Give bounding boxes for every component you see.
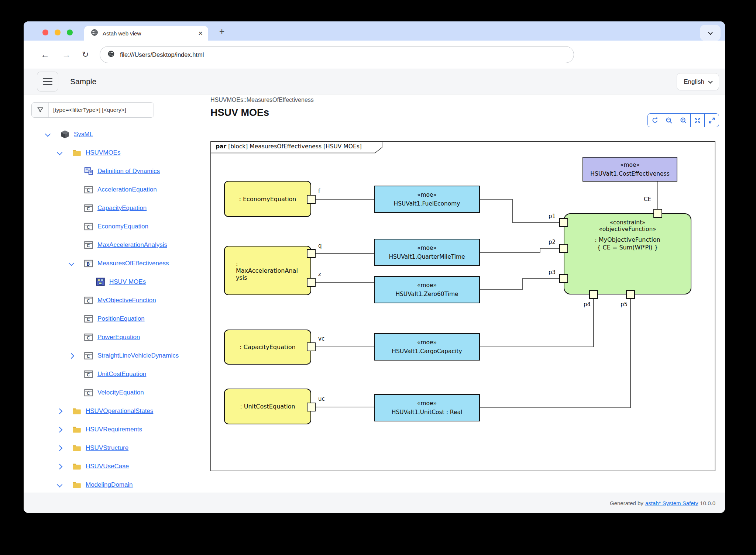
new-tab-button[interactable]: + [216, 25, 228, 38]
folder-icon [72, 148, 81, 157]
node-cargo-capacity[interactable]: «moe» HSUValt1.CargoCapacity [374, 333, 480, 361]
browser-tab[interactable]: Astah web view ✕ [84, 26, 208, 41]
block-icon: B [84, 259, 93, 268]
tree-row-hsuvusecase: HSUVUseCase [24, 457, 208, 476]
zoom-window-button[interactable] [67, 30, 73, 35]
svg-text:C: C [86, 317, 90, 322]
node-quarter-mile-time[interactable]: «moe» HSUValt1.QuarterMileTime [374, 239, 480, 266]
tree-row-hsuvoperationalstates: HSUVOperationalStates [24, 402, 208, 420]
tree-row-measuresofeffectiveness: BMeasuresOfEffectiveness [24, 254, 208, 273]
chevron-right-icon[interactable] [58, 465, 72, 469]
menu-button[interactable] [37, 72, 58, 92]
sidebar-item-velocityequation[interactable]: VelocityEquation [97, 389, 144, 396]
language-selector[interactable]: English [677, 73, 719, 90]
address-bar[interactable]: file:///Users/Desktop/index.html [100, 46, 574, 63]
fit-to-screen-button[interactable] [690, 113, 705, 127]
sidebar-item-powerequation[interactable]: PowerEquation [97, 334, 140, 341]
port-p3 [559, 274, 568, 283]
folder-icon [72, 480, 81, 489]
sidebar-item-unitcostequation[interactable]: UnitCostEquation [97, 370, 146, 378]
sidebar-item-hsuv-moes[interactable]: HSUV MOEs [109, 278, 146, 286]
class-icon: C [84, 388, 93, 397]
chevron-right-icon[interactable] [58, 409, 72, 413]
sidebar-item-capacityequation[interactable]: CapacityEquation [97, 204, 147, 212]
sidebar-item-sysml[interactable]: SysML [74, 131, 93, 138]
tab-search-chevron-button[interactable] [700, 25, 721, 41]
node-max-acceleration-analysis[interactable]: : MaxAccelerationAnalysis [224, 246, 311, 295]
footer-text: Generated by [610, 500, 643, 506]
traffic-lights [42, 30, 73, 35]
tab-close-icon[interactable]: ✕ [198, 30, 203, 37]
astah-link[interactable]: astah* System Safety [645, 500, 698, 506]
tree-row-accelerationequation: CAccelerationEquation [24, 180, 208, 199]
node-objective-function[interactable]: «constraint» «objectiveFunction» : MyObj… [564, 213, 691, 294]
node-capacity-equation[interactable]: : CapacityEquation [224, 330, 311, 365]
sidebar-item-accelerationequation[interactable]: AccelerationEquation [97, 186, 157, 193]
node-unit-cost-equation[interactable]: : UnitCostEquation [224, 389, 311, 424]
sidebar-item-maxaccelerationanalysis[interactable]: MaxAccelerationAnalysis [97, 241, 167, 249]
tree-row-hsuvstructure: HSUVStructure [24, 439, 208, 457]
sidebar-item-hsuvoperationalstates[interactable]: HSUVOperationalStates [86, 407, 153, 415]
browser-window: Astah web view ✕ + ← → ↻ file:///Users/D… [24, 21, 725, 513]
chevron-down-icon[interactable] [58, 151, 72, 155]
folder-icon [72, 407, 81, 416]
diagram-bdd-icon [84, 167, 93, 176]
expand-button[interactable] [704, 113, 719, 127]
reload-button[interactable]: ↻ [82, 50, 89, 59]
class-icon: C [84, 204, 93, 213]
close-window-button[interactable] [42, 30, 48, 35]
chevron-right-icon[interactable] [58, 428, 72, 432]
node-fuel-economy[interactable]: «moe» HSUValt1.FuelEconomy [374, 186, 480, 213]
tree-row-unitcostequation: CUnitCostEquation [24, 365, 208, 383]
node-unit-cost[interactable]: «moe» HSUValt1.UnitCost : Real [374, 394, 480, 421]
folder-icon [72, 444, 81, 452]
tree-row-sysml: SysML [24, 125, 208, 144]
node-economy-equation[interactable]: : EconomyEquation [224, 181, 311, 217]
sidebar-item-modelingdomain[interactable]: ModelingDomain [86, 481, 133, 489]
filter-funnel-icon [32, 103, 49, 117]
app-body: SysMLHSUVMOEsDefinition of DynamicsCAcce… [24, 95, 725, 493]
sidebar-item-hsuvusecase[interactable]: HSUVUseCase [86, 463, 129, 470]
sidebar-item-economyequation[interactable]: EconomyEquation [97, 223, 148, 230]
sidebar-item-positionequation[interactable]: PositionEquation [97, 315, 145, 323]
sidebar-item-definition-of-dynamics[interactable]: Definition of Dynamics [97, 168, 160, 175]
reset-view-button[interactable] [647, 113, 662, 127]
class-icon: C [84, 222, 93, 231]
class-icon: C [84, 351, 93, 360]
sidebar-item-measuresofeffectiveness[interactable]: MeasuresOfEffectiveness [97, 260, 169, 267]
url-text: file:///Users/Desktop/index.html [120, 51, 204, 58]
sidebar-item-hsuvmoes[interactable]: HSUVMOEs [86, 149, 120, 156]
forward-button[interactable]: → [62, 49, 71, 60]
minimize-window-button[interactable] [55, 30, 61, 35]
port-label-p4: p4 [574, 301, 591, 308]
port-q [307, 249, 316, 258]
port-f [307, 195, 316, 204]
sidebar-item-straightlinevehicledynamics[interactable]: StraightLineVehicleDynamics [97, 352, 179, 359]
back-button[interactable]: ← [41, 49, 49, 60]
chevron-right-icon[interactable] [58, 446, 72, 450]
chevron-down-icon[interactable] [58, 483, 72, 487]
filter-input[interactable] [49, 103, 154, 117]
svg-text:C: C [86, 391, 90, 396]
app-title: Sample [70, 77, 96, 86]
sidebar-item-hsuvrequirements[interactable]: HSUVRequirements [86, 426, 142, 433]
browser-toolbar: ← → ↻ file:///Users/Desktop/index.html [24, 41, 725, 69]
node-zero60-time[interactable]: «moe» HSUValt1.Zero60Time [374, 276, 480, 303]
tree-row-hsuvrequirements: HSUVRequirements [24, 420, 208, 439]
zoom-in-button[interactable] [676, 113, 691, 127]
port-ce [653, 209, 662, 218]
chevron-down-icon[interactable] [69, 262, 84, 266]
page-title: HSUV MOEs [210, 107, 269, 118]
port-label-z: z [318, 271, 321, 278]
sidebar-item-hsuvstructure[interactable]: HSUVStructure [86, 444, 128, 452]
tree-row-maxaccelerationanalysis: CMaxAccelerationAnalysis [24, 236, 208, 254]
chevron-right-icon[interactable] [69, 354, 84, 358]
sidebar-item-myobjectivefunction[interactable]: MyObjectiveFunction [97, 297, 156, 304]
zoom-out-button[interactable] [662, 113, 677, 127]
svg-text:C: C [86, 243, 90, 248]
chevron-down-icon[interactable] [46, 132, 61, 137]
folder-icon [72, 462, 81, 471]
tree-row-hsuvmoes: HSUVMOEs [24, 144, 208, 162]
diagram-par-icon [96, 278, 105, 286]
node-cost-effectiveness[interactable]: «moe» HSUValt1.CostEffectiveness [583, 157, 677, 182]
